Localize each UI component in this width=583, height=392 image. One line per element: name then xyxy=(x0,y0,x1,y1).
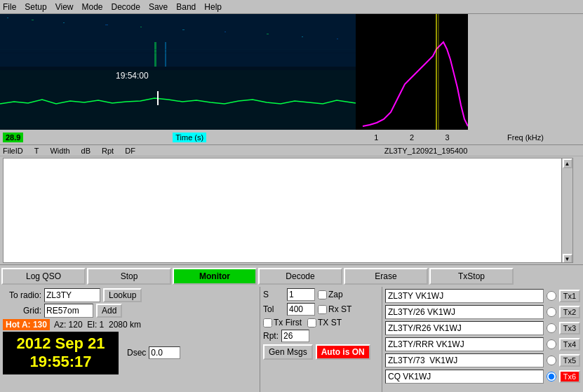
dsec-label: Dsec xyxy=(127,348,146,358)
right-panel: Tx1 Tx2 Tx3 Tx4 Tx5 Tx6 xyxy=(382,287,583,392)
freq-tick-3: 3 xyxy=(445,133,450,142)
bottom-panels: To radio: Lookup Grid: Add Hot A: 130 Az… xyxy=(0,287,583,392)
svg-rect-16 xyxy=(154,42,156,67)
rpt-row: Rpt: xyxy=(263,330,379,342)
file-id-left: FileID T Width dB Rpt DF xyxy=(0,147,356,155)
grid-row: Grid: Add xyxy=(3,304,257,318)
rx-st-checkbox[interactable] xyxy=(318,305,327,314)
waterfall-spacer xyxy=(468,14,583,130)
svg-rect-2 xyxy=(0,70,356,130)
tx6-button[interactable]: Tx6 xyxy=(559,370,580,383)
scroll-down[interactable]: ▼ xyxy=(563,254,572,263)
msg-input-3[interactable] xyxy=(385,321,544,335)
msg-row-3: Tx3 xyxy=(385,320,580,336)
decode-button[interactable]: Decode xyxy=(258,268,342,285)
tol-row: Tol Rx ST xyxy=(263,303,379,316)
menu-band[interactable]: Band xyxy=(176,2,196,12)
stop-button[interactable]: Stop xyxy=(87,268,171,285)
tx2-button[interactable]: Tx2 xyxy=(559,306,580,318)
to-radio-input[interactable] xyxy=(44,288,100,302)
tx4-radio[interactable] xyxy=(547,339,556,349)
to-radio-row: To radio: Lookup xyxy=(3,288,257,302)
dsec-input[interactable] xyxy=(149,346,180,359)
tx1-button[interactable]: Tx1 xyxy=(559,290,580,302)
gen-msgs-button[interactable]: Gen Msgs xyxy=(263,344,313,360)
svg-rect-15 xyxy=(337,39,338,39)
add-button[interactable]: Add xyxy=(96,304,122,318)
scrollbar[interactable]: ▲ ▼ xyxy=(561,158,572,263)
tx-first-row: Tx First TX ST xyxy=(263,318,379,327)
waterfall-side xyxy=(356,14,468,130)
svg-rect-12 xyxy=(225,32,226,32)
svg-rect-7 xyxy=(32,20,34,20)
tx3-radio[interactable] xyxy=(547,323,556,333)
log-qso-button[interactable]: Log QSO xyxy=(1,268,86,285)
mid-panel: S Zap Tol Rx ST Tx First TX ST xyxy=(260,287,382,392)
waterfall-svg: 19:54:00 xyxy=(0,14,356,130)
svg-rect-8 xyxy=(63,22,65,23)
tx2-radio[interactable] xyxy=(547,307,556,317)
grid-input[interactable] xyxy=(44,304,93,318)
rpt-input[interactable] xyxy=(281,330,309,342)
monitor-button[interactable]: Monitor xyxy=(173,268,257,285)
menu-save[interactable]: Save xyxy=(149,2,168,12)
menu-setup[interactable]: Setup xyxy=(25,2,46,12)
zap-label: Zap xyxy=(318,290,343,299)
waterfall-main[interactable]: 19:54:00 xyxy=(0,14,356,130)
s-input[interactable] xyxy=(287,288,315,301)
menu-decode[interactable]: Decode xyxy=(112,2,140,12)
msg-input-6[interactable] xyxy=(385,370,544,384)
freq-tick-1: 1 xyxy=(374,133,378,142)
svg-rect-17 xyxy=(165,42,166,67)
menu-mode[interactable]: Mode xyxy=(82,2,103,12)
tx3-button[interactable]: Tx3 xyxy=(559,322,580,334)
tx4-button[interactable]: Tx4 xyxy=(559,338,580,351)
tx-st-label: TX ST xyxy=(307,318,342,327)
freq-tick-2: 2 xyxy=(410,133,414,142)
s-row: S Zap xyxy=(263,288,379,301)
txstop-button[interactable]: TxStop xyxy=(429,268,514,285)
clock-row: 2012 Sep 21 19:55:17 Dsec xyxy=(3,332,257,374)
t-label: T xyxy=(34,147,39,155)
rpt-label: Rpt xyxy=(102,147,114,155)
freq-axis-label: Freq (kHz) xyxy=(468,133,583,142)
rx-st-label: Rx ST xyxy=(318,304,351,314)
msg-input-1[interactable] xyxy=(385,289,544,303)
menu-help[interactable]: Help xyxy=(204,2,222,12)
tx-st-checkbox[interactable] xyxy=(307,318,316,327)
timestamp-label: 19:54:00 xyxy=(116,71,149,81)
freq-left: 28.9 Time (s) xyxy=(0,133,356,142)
tx6-radio[interactable] xyxy=(547,372,556,381)
message-area-wrapper: ▲ ▼ xyxy=(1,158,582,264)
width-label: Width xyxy=(50,147,69,155)
svg-rect-19 xyxy=(0,53,356,53)
erase-button[interactable]: Erase xyxy=(344,268,428,285)
df-label: DF xyxy=(125,147,135,155)
tx-first-label: Tx First xyxy=(263,318,302,327)
tx-first-checkbox[interactable] xyxy=(263,318,272,327)
msg-row-5: Tx5 xyxy=(385,353,580,368)
tx5-button[interactable]: Tx5 xyxy=(559,354,580,367)
message-area[interactable]: ▲ ▼ xyxy=(3,158,573,263)
tol-input[interactable] xyxy=(287,303,315,316)
scroll-up[interactable]: ▲ xyxy=(563,158,572,168)
time-label: Time (s) xyxy=(173,133,206,142)
hot-info: Az: 120 El: 1 2080 km xyxy=(54,320,141,330)
clock-date: 2012 Sep 21 xyxy=(8,334,113,353)
tx5-radio[interactable] xyxy=(547,356,556,365)
msg-input-4[interactable] xyxy=(385,337,544,351)
s-label: S xyxy=(263,290,284,299)
lookup-button[interactable]: Lookup xyxy=(103,288,142,302)
auto-button[interactable]: Auto is ON xyxy=(316,344,370,360)
tx1-radio[interactable] xyxy=(547,291,556,301)
hot-badge: Hot A: 130 xyxy=(3,319,50,330)
clock-display: 2012 Sep 21 19:55:17 xyxy=(3,332,119,374)
msg-input-2[interactable] xyxy=(385,305,544,319)
zap-checkbox[interactable] xyxy=(318,290,327,299)
msg-row-6: Tx6 xyxy=(385,369,580,384)
msg-row-2: Tx2 xyxy=(385,304,580,320)
menu-view[interactable]: View xyxy=(55,2,74,12)
left-panel: To radio: Lookup Grid: Add Hot A: 130 Az… xyxy=(0,287,260,392)
msg-input-5[interactable] xyxy=(385,353,544,367)
menu-file[interactable]: File xyxy=(3,2,16,12)
